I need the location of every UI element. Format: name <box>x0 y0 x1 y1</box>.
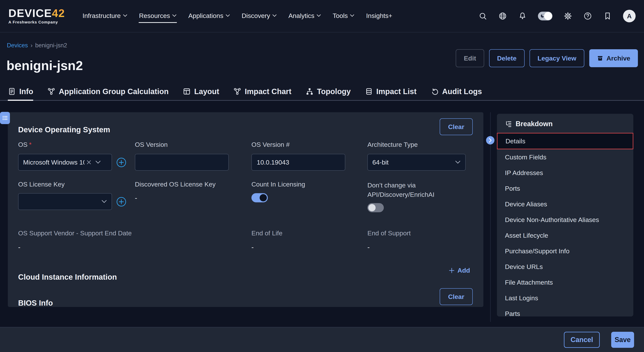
brand-tagline: A Freshworks Company <box>8 20 65 25</box>
list-icon <box>2 115 8 121</box>
breakdown-item-device-aliases[interactable]: Device Aliases <box>497 196 633 212</box>
tab-label: Layout <box>194 87 219 96</box>
os-version-num-label: OS Version # <box>252 141 290 148</box>
tab-info[interactable]: Info <box>8 82 33 101</box>
legacy-view-button[interactable]: Legacy View <box>530 49 584 67</box>
plus-circle-icon <box>116 157 126 168</box>
architecture-type-label: Architecture Type <box>368 141 418 148</box>
topology-icon <box>306 87 314 96</box>
clear-selection-x-icon[interactable] <box>86 159 92 165</box>
breakdown-item-file-attachments[interactable]: File Attachments <box>497 274 633 290</box>
layout-icon <box>183 87 191 96</box>
breakdown-item-ip-addresses[interactable]: IP Addresses <box>497 165 633 181</box>
breakdown-item-parts[interactable]: Parts <box>497 306 633 316</box>
architecture-type-select[interactable]: 64-bit <box>368 154 466 171</box>
tab-label: Impact List <box>376 87 416 96</box>
bios-info-section-title: BIOS Info <box>18 299 53 307</box>
chevron-down-icon <box>226 14 230 17</box>
nav-analytics[interactable]: Analytics <box>288 9 321 23</box>
collapse-sidebar-button[interactable] <box>486 136 494 145</box>
toggle-knob <box>368 204 376 211</box>
breakdown-item-custom-fields[interactable]: Custom Fields <box>497 149 633 165</box>
breakdown-item-device-non-authoritative-aliases[interactable]: Device Non-Authoritative Aliases <box>497 212 633 228</box>
notifications-bell-icon[interactable] <box>518 12 527 21</box>
breakdown-item-last-logins[interactable]: Last Logins <box>497 290 633 306</box>
save-button[interactable]: Save <box>611 332 634 348</box>
device-action-buttons: Edit Delete Legacy View Archive <box>456 49 638 67</box>
nav-label: Infrastructure <box>82 12 120 20</box>
brand-name-primary: DEVICE <box>8 7 52 19</box>
os-select[interactable]: Microsoft Windows 10 <box>18 154 112 171</box>
avatar-initial: A <box>627 13 632 20</box>
add-label: Add <box>458 267 470 274</box>
nav-tools[interactable]: Tools <box>332 9 354 23</box>
chevron-down-icon <box>272 14 276 17</box>
settings-gear-icon[interactable] <box>564 12 572 21</box>
nav-label: Applications <box>188 12 223 20</box>
edit-button[interactable]: Edit <box>456 49 484 67</box>
globe-icon[interactable] <box>498 12 507 21</box>
os-license-key-select[interactable] <box>18 193 112 210</box>
device-os-clear-button[interactable]: Clear <box>440 118 473 135</box>
top-nav-bar: DEVICE42 A Freshworks Company Infrastruc… <box>0 0 644 33</box>
application-group-icon <box>47 87 55 96</box>
os-version-label: OS Version <box>135 141 168 148</box>
bookmark-icon[interactable] <box>603 12 612 21</box>
tab-application-group-calculation[interactable]: Application Group Calculation <box>47 82 169 101</box>
info-document-icon <box>8 87 16 96</box>
breakdown-sidebar: Breakdown Details Custom Fields IP Addre… <box>497 114 633 316</box>
nav-insights-plus[interactable]: Insights+ <box>366 9 392 23</box>
breadcrumb-current: benigni-jsn2 <box>35 42 67 49</box>
os-version-input[interactable] <box>140 158 224 166</box>
breakdown-item-details[interactable]: Details <box>497 133 633 149</box>
chevron-down-icon <box>317 14 321 17</box>
os-license-key-label: OS License Key <box>18 181 65 188</box>
panel-list-button[interactable] <box>0 112 10 124</box>
breadcrumb-devices-link[interactable]: Devices <box>7 42 28 49</box>
breakdown-item-purchase-support-info[interactable]: Purchase/Support Info <box>497 243 633 259</box>
tab-label: Impact Chart <box>245 87 292 96</box>
cloud-instance-add-button[interactable]: Add <box>448 266 471 274</box>
history-icon <box>431 87 439 96</box>
chevron-down-icon <box>123 14 127 17</box>
help-icon[interactable] <box>583 12 592 21</box>
plus-icon <box>449 267 455 273</box>
nav-infrastructure[interactable]: Infrastructure <box>82 9 128 23</box>
theme-toggle-knob <box>544 12 552 20</box>
count-in-licensing-label: Count In Licensing <box>252 181 305 188</box>
end-of-support-label: End of Support <box>368 229 411 237</box>
breadcrumb-separator: › <box>30 42 32 49</box>
user-avatar[interactable]: A <box>623 10 636 22</box>
tab-impact-list[interactable]: Impact List <box>365 82 416 101</box>
nav-label: Analytics <box>288 12 314 20</box>
breakdown-item-ports[interactable]: Ports <box>497 181 633 196</box>
nav-resources[interactable]: Resources <box>139 9 177 23</box>
cancel-button[interactable]: Cancel <box>564 332 600 348</box>
os-version-num-input[interactable] <box>256 158 340 166</box>
add-os-license-button[interactable] <box>116 197 126 207</box>
add-os-button[interactable] <box>116 157 126 168</box>
breakdown-item-asset-lifecycle[interactable]: Asset Lifecycle <box>497 228 633 243</box>
archive-button[interactable]: Archive <box>589 49 638 67</box>
bios-clear-button[interactable]: Clear <box>440 288 473 305</box>
dont-change-label: Don’t change via API/Discovery/EnrichAI <box>368 181 463 199</box>
brand-logo[interactable]: DEVICE42 A Freshworks Company <box>8 8 65 25</box>
archive-box-icon <box>597 55 603 62</box>
breakdown-header: Breakdown <box>497 114 633 128</box>
tab-impact-chart[interactable]: Impact Chart <box>233 82 292 101</box>
breakdown-item-device-urls[interactable]: Device URLs <box>497 259 633 274</box>
theme-toggle[interactable] <box>538 12 552 21</box>
tab-layout[interactable]: Layout <box>183 82 219 101</box>
plus-circle-icon <box>116 197 126 207</box>
tab-topology[interactable]: Topology <box>306 82 351 101</box>
tab-audit-logs[interactable]: Audit Logs <box>431 82 482 101</box>
nav-label: Tools <box>333 12 348 20</box>
delete-button[interactable]: Delete <box>489 49 524 67</box>
search-icon[interactable] <box>478 12 487 21</box>
delete-button-label: Delete <box>497 55 516 62</box>
dont-change-toggle[interactable] <box>368 203 384 212</box>
count-in-licensing-toggle[interactable] <box>252 193 268 202</box>
nav-discovery[interactable]: Discovery <box>241 9 277 23</box>
nav-applications[interactable]: Applications <box>188 9 230 23</box>
form-footer-bar: Cancel Save <box>0 327 644 352</box>
